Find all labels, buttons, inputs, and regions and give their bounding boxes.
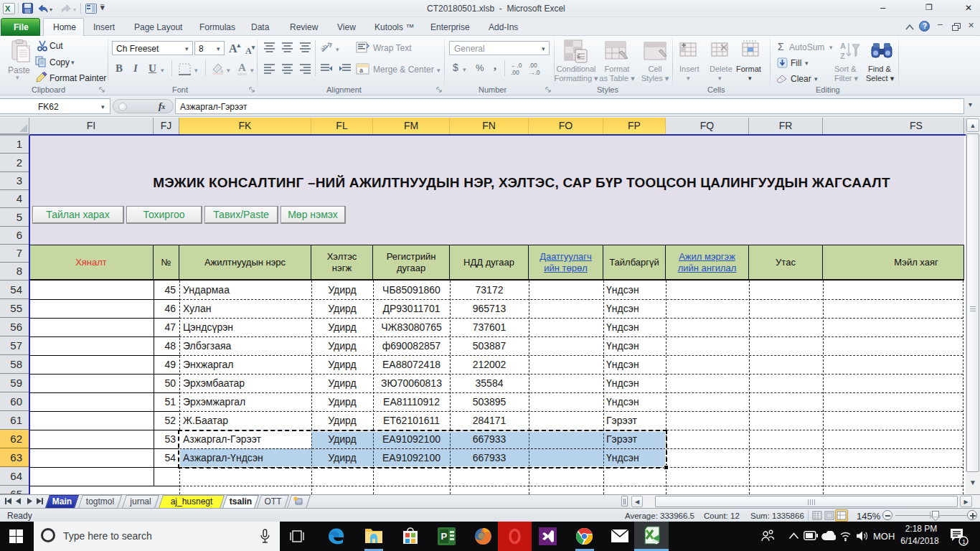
svg-text:P: P — [441, 531, 448, 542]
svg-text:A: A — [840, 42, 846, 50]
svg-text:a: a — [359, 67, 363, 74]
svg-text:ab: ab — [321, 43, 329, 53]
svg-text:≤: ≤ — [577, 52, 580, 60]
svg-text:Z: Z — [840, 52, 845, 60]
svg-text:1: 1 — [962, 538, 966, 545]
